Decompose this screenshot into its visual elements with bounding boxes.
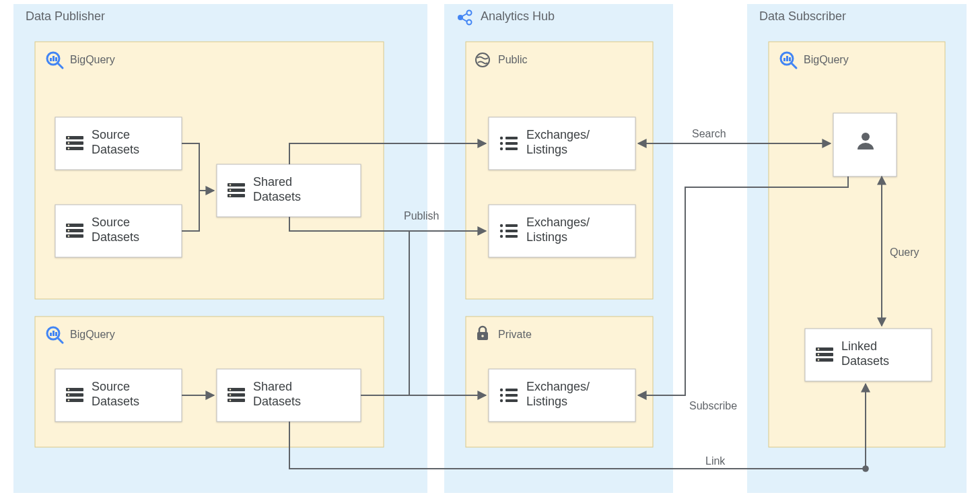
node-label: Source [92, 380, 130, 393]
node-label: Source [92, 215, 130, 229]
node-label: Datasets [92, 395, 139, 408]
column-subscriber-title: Data Subscriber [759, 9, 846, 23]
node-label: Shared [253, 380, 292, 393]
section-publisher-bigquery-bottom-title: BigQuery [70, 329, 115, 340]
node-label: Datasets [92, 143, 139, 156]
node-label: Listings [526, 143, 567, 156]
node-label: Exchanges/ [526, 380, 590, 393]
node-label: Source [92, 128, 130, 141]
node-label: Linked [841, 339, 877, 353]
node-label: Listings [526, 395, 567, 408]
node-source-datasets-2: Source Datasets [55, 205, 182, 257]
column-publisher-title: Data Publisher [26, 9, 105, 23]
node-label: Datasets [253, 190, 301, 203]
node-shared-datasets-1: Shared Datasets [217, 164, 361, 217]
database-icon [66, 388, 83, 402]
edge-query-label: Query [890, 246, 919, 258]
node-user [833, 113, 897, 176]
list-icon [500, 224, 518, 238]
node-label: Datasets [253, 395, 301, 408]
database-icon [66, 136, 83, 150]
list-icon [500, 137, 518, 150]
node-exchanges-listings-2: Exchanges/ Listings [489, 205, 635, 257]
node-source-datasets-1: Source Datasets [55, 117, 182, 170]
node-label: Exchanges/ [526, 128, 590, 141]
database-icon [816, 347, 833, 362]
edge-search-label: Search [692, 128, 726, 139]
node-label: Shared [253, 175, 292, 189]
node-exchanges-listings-3: Exchanges/ Listings [489, 369, 635, 422]
section-hub-private-title: Private [498, 329, 532, 340]
database-icon [228, 183, 245, 197]
section-publisher-bigquery-top-title: BigQuery [70, 54, 115, 65]
node-label: Datasets [92, 230, 139, 244]
node-source-datasets-3: Source Datasets [55, 369, 182, 422]
list-icon [500, 389, 518, 402]
section-hub-public-title: Public [498, 54, 528, 65]
section-subscriber-bigquery-title: BigQuery [804, 54, 849, 65]
node-label: Datasets [841, 354, 889, 368]
node-label: Exchanges/ [526, 215, 590, 229]
node-label: Listings [526, 230, 567, 244]
diagram-canvas: Data Publisher BigQuery Source Datasets … [0, 0, 980, 499]
column-analytics-hub-title: Analytics Hub [481, 9, 555, 23]
section-subscriber-bigquery [769, 42, 945, 447]
node-linked-datasets: Linked Datasets [805, 329, 932, 381]
node-shared-datasets-2: Shared Datasets [217, 369, 361, 422]
database-icon [228, 388, 245, 402]
edge-link-label: Link [705, 455, 726, 467]
edge-publish-label: Publish [404, 210, 439, 222]
section-hub-public [466, 42, 653, 299]
database-icon [66, 224, 83, 238]
node-exchanges-listings-1: Exchanges/ Listings [489, 117, 635, 170]
edge-subscribe-label: Subscribe [689, 400, 737, 411]
